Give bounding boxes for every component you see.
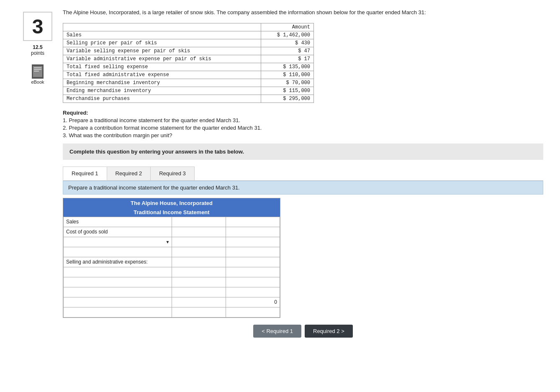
svg-rect-2	[34, 67, 41, 68]
tab-req3[interactable]: Required 3	[150, 167, 195, 180]
prev-button[interactable]: < Required 1	[253, 325, 301, 338]
dropdown-arrow[interactable]: ▼	[166, 240, 170, 244]
income-total-input[interactable]	[229, 309, 277, 315]
income-total-input[interactable]	[229, 279, 277, 285]
income-total-input[interactable]	[229, 289, 277, 295]
income-table-row: Cost of goods sold	[64, 227, 280, 237]
income-row-label: Cost of goods sold	[64, 227, 172, 237]
income-amount-input[interactable]	[175, 299, 223, 305]
data-table-row: Merchandise purchases$ 295,000	[63, 95, 314, 102]
complete-box: Complete this question by entering your …	[63, 143, 543, 160]
income-label-input[interactable]	[66, 309, 169, 315]
svg-rect-3	[34, 69, 41, 70]
income-statement-title: The Alpine House, Incorporated	[63, 198, 280, 208]
data-table: Amount Sales$ 1,462,000Selling price per…	[63, 23, 314, 103]
required-section: Required: 1. Prepare a traditional incom…	[63, 110, 543, 138]
income-table-row: 0	[64, 297, 280, 307]
data-table-row: Beginning merchandise inventory$ 70,000	[63, 79, 314, 87]
income-total-input[interactable]	[229, 269, 277, 275]
data-table-row: Sales$ 1,462,000	[63, 31, 314, 39]
income-total-input[interactable]	[229, 239, 277, 245]
required-item: 3. What was the contribution margin per …	[63, 132, 543, 138]
data-table-row: Variable administrative expense per pair…	[63, 55, 314, 63]
income-statement-table: The Alpine House, Incorporated Tradition…	[63, 198, 280, 318]
income-label-input[interactable]	[66, 269, 169, 275]
income-amount-input[interactable]	[175, 269, 223, 275]
income-amount-input[interactable]	[175, 219, 223, 225]
income-statement-subtitle: Traditional Income Statement	[63, 208, 280, 217]
income-amount-input[interactable]	[175, 249, 223, 255]
nav-buttons: < Required 1 Required 2 >	[63, 325, 543, 338]
income-total-value: 0	[226, 297, 280, 307]
data-table-row: Variable selling expense per pair of ski…	[63, 47, 314, 55]
income-table-row: Sales	[64, 217, 280, 227]
income-amount-input[interactable]	[175, 309, 223, 315]
income-label-input[interactable]	[66, 289, 169, 295]
income-table-row: ▼	[64, 237, 280, 247]
income-table-row	[64, 277, 280, 287]
income-table-row	[64, 267, 280, 277]
income-table-row: Selling and administrative expenses:	[64, 257, 280, 267]
income-section-label: Selling and administrative expenses:	[64, 257, 172, 267]
income-amount-input[interactable]	[175, 259, 223, 265]
income-table-row	[64, 247, 280, 257]
income-amount-input[interactable]	[175, 229, 223, 235]
question-description: The Alpine House, Incorporated, is a lar…	[63, 8, 543, 17]
points-display: 12.5 points	[31, 44, 44, 56]
income-total-input[interactable]	[229, 259, 277, 265]
tabs-row: Required 1Required 2Required 3	[63, 167, 543, 181]
income-label-input[interactable]	[66, 239, 161, 245]
income-total-input[interactable]	[229, 219, 277, 225]
income-label-input[interactable]	[66, 279, 169, 285]
income-amount-input[interactable]	[175, 239, 223, 245]
income-table-row	[64, 307, 280, 317]
data-table-row: Total fixed selling expense$ 135,000	[63, 63, 314, 71]
tab-req2[interactable]: Required 2	[107, 167, 151, 180]
income-row-label: Sales	[64, 217, 172, 227]
income-amount-input[interactable]	[175, 279, 223, 285]
income-amount-input[interactable]	[175, 289, 223, 295]
tab-instruction: Prepare a traditional income statement f…	[63, 181, 543, 195]
income-total-input[interactable]	[229, 229, 277, 235]
income-total-input[interactable]	[229, 249, 277, 255]
ebook-link[interactable]: eBook	[31, 64, 44, 85]
data-table-row: Ending merchandise inventory$ 115,000	[63, 87, 314, 95]
question-number: 3	[23, 12, 52, 41]
svg-rect-4	[34, 71, 39, 72]
next-button[interactable]: Required 2 >	[305, 325, 353, 338]
income-table-row	[64, 287, 280, 297]
data-table-row: Total fixed administrative expense$ 110,…	[63, 71, 314, 79]
income-label-input[interactable]	[66, 249, 169, 255]
tab-req1[interactable]: Required 1	[63, 167, 107, 180]
required-item: 1. Prepare a traditional income statemen…	[63, 117, 543, 123]
income-label-input[interactable]	[66, 299, 169, 305]
data-table-row: Selling price per pair of skis$ 430	[63, 39, 314, 47]
required-item: 2. Prepare a contribution format income …	[63, 125, 543, 131]
